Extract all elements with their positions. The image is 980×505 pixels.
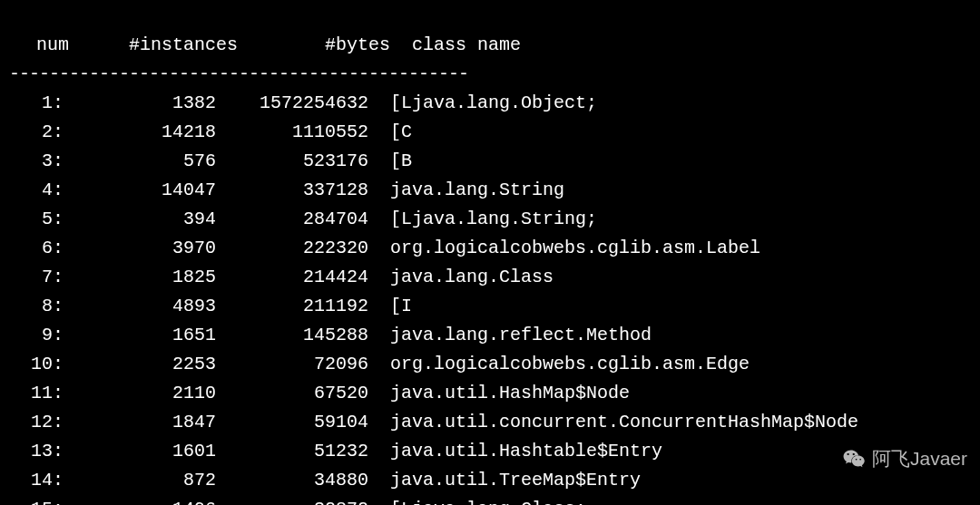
- cell-bytes: 145288: [216, 321, 368, 350]
- cell-classname: [Ljava.lang.Class;: [390, 495, 586, 505]
- cell-instances: 1601: [64, 437, 216, 466]
- cell-bytes: 59104: [216, 408, 368, 437]
- cell-classname: java.util.Hashtable$Entry: [390, 437, 662, 466]
- cell-bytes: 1110552: [216, 118, 368, 147]
- cell-instances: 576: [64, 147, 216, 176]
- cell-num: 2:: [9, 118, 64, 147]
- table-row: 15:149632872[Ljava.lang.Class;: [9, 495, 971, 505]
- table-row: 2:142181110552[C: [9, 118, 971, 147]
- cell-instances: 14218: [64, 118, 216, 147]
- cell-num: 14:: [9, 466, 64, 495]
- wechat-icon: [841, 448, 867, 470]
- cell-bytes: 1572254632: [216, 89, 368, 118]
- col-header-instances: #instances: [85, 31, 238, 60]
- cell-classname: java.util.HashMap$Node: [390, 379, 630, 408]
- cell-classname: [C: [390, 118, 412, 147]
- cell-bytes: 51232: [216, 437, 368, 466]
- table-row: 11:211067520java.util.HashMap$Node: [9, 379, 971, 408]
- table-row: 5:394284704[Ljava.lang.String;: [9, 205, 971, 234]
- cell-num: 7:: [9, 263, 64, 292]
- cell-instances: 394: [64, 205, 216, 234]
- histo-table-body: 1:13821572254632[Ljava.lang.Object;2:142…: [9, 89, 971, 505]
- cell-classname: [Ljava.lang.Object;: [390, 89, 597, 118]
- cell-num: 15:: [9, 495, 64, 505]
- cell-classname: java.util.concurrent.ConcurrentHashMap$N…: [390, 408, 858, 437]
- cell-instances: 3970: [64, 234, 216, 263]
- cell-instances: 14047: [64, 176, 216, 205]
- cell-classname: [I: [390, 292, 412, 321]
- cell-instances: 1382: [64, 89, 216, 118]
- cell-instances: 872: [64, 466, 216, 495]
- cell-classname: java.util.TreeMap$Entry: [390, 466, 641, 495]
- cell-num: 11:: [9, 379, 64, 408]
- cell-bytes: 337128: [216, 176, 368, 205]
- cell-num: 10:: [9, 350, 64, 379]
- cell-instances: 4893: [64, 292, 216, 321]
- cell-bytes: 214424: [216, 263, 368, 292]
- table-header-row: num#instances#bytesclass name: [9, 2, 971, 60]
- cell-classname: [Ljava.lang.String;: [390, 205, 597, 234]
- cell-num: 5:: [9, 205, 64, 234]
- table-row: 14:87234880java.util.TreeMap$Entry: [9, 466, 971, 495]
- cell-num: 9:: [9, 321, 64, 350]
- table-row: 3:576523176[B: [9, 147, 971, 176]
- table-row: 9:1651145288java.lang.reflect.Method: [9, 321, 971, 350]
- cell-num: 13:: [9, 437, 64, 466]
- cell-bytes: 34880: [216, 466, 368, 495]
- table-row: 12:184759104java.util.concurrent.Concurr…: [9, 408, 971, 437]
- cell-classname: org.logicalcobwebs.cglib.asm.Label: [390, 234, 760, 263]
- cell-num: 4:: [9, 176, 64, 205]
- table-row: 1:13821572254632[Ljava.lang.Object;: [9, 89, 971, 118]
- cell-bytes: 284704: [216, 205, 368, 234]
- cell-bytes: 523176: [216, 147, 368, 176]
- cell-instances: 1847: [64, 408, 216, 437]
- cell-classname: java.lang.String: [390, 176, 564, 205]
- cell-instances: 2253: [64, 350, 216, 379]
- cell-num: 12:: [9, 408, 64, 437]
- cell-classname: java.lang.Class: [390, 263, 554, 292]
- cell-instances: 1825: [64, 263, 216, 292]
- col-header-num: num: [31, 31, 85, 60]
- watermark-text: 阿飞Javaer: [872, 443, 967, 474]
- table-row: 13:160151232java.util.Hashtable$Entry: [9, 437, 971, 466]
- col-header-bytes: #bytes: [238, 31, 390, 60]
- table-row: 7:1825214424java.lang.Class: [9, 263, 971, 292]
- cell-classname: org.logicalcobwebs.cglib.asm.Edge: [390, 350, 750, 379]
- table-row: 8:4893211192[I: [9, 292, 971, 321]
- cell-classname: java.lang.reflect.Method: [390, 321, 652, 350]
- header-separator: ----------------------------------------…: [9, 60, 971, 89]
- cell-num: 6:: [9, 234, 64, 263]
- cell-bytes: 211192: [216, 292, 368, 321]
- table-row: 4:14047337128java.lang.String: [9, 176, 971, 205]
- cell-bytes: 222320: [216, 234, 368, 263]
- col-header-classname: class name: [412, 31, 521, 60]
- cell-num: 8:: [9, 292, 64, 321]
- table-row: 10:225372096org.logicalcobwebs.cglib.asm…: [9, 350, 971, 379]
- watermark: 阿飞Javaer: [841, 443, 967, 474]
- cell-num: 1:: [9, 89, 64, 118]
- cell-bytes: 72096: [216, 350, 368, 379]
- cell-bytes: 67520: [216, 379, 368, 408]
- cell-classname: [B: [390, 147, 412, 176]
- table-row: 6:3970222320org.logicalcobwebs.cglib.asm…: [9, 234, 971, 263]
- cell-instances: 1651: [64, 321, 216, 350]
- cell-num: 3:: [9, 147, 64, 176]
- cell-instances: 2110: [64, 379, 216, 408]
- cell-bytes: 32872: [216, 495, 368, 505]
- cell-instances: 1496: [64, 495, 216, 505]
